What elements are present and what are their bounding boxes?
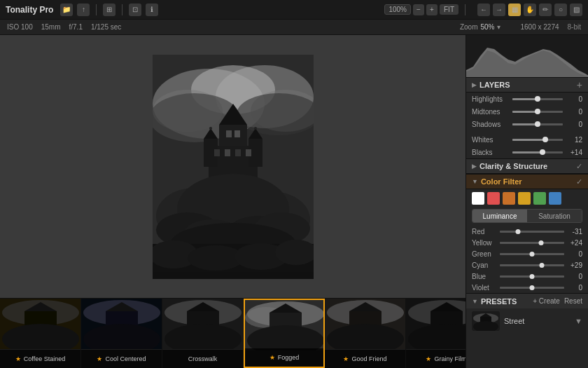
filmstrip-item-name-5: Grainy Film bbox=[434, 355, 465, 362]
fit-button[interactable]: FIT bbox=[440, 4, 458, 15]
mask-tool-icon[interactable]: ▨ bbox=[570, 4, 582, 16]
compare-icon[interactable]: ⊡ bbox=[129, 4, 141, 16]
shadows-track[interactable] bbox=[512, 123, 563, 125]
info-icon[interactable]: ℹ bbox=[146, 4, 158, 16]
presets-actions: + Create Reset bbox=[533, 297, 582, 305]
shape-tool-icon[interactable]: ○ bbox=[554, 4, 567, 16]
create-preset-button[interactable]: + Create bbox=[533, 297, 560, 305]
violet-track[interactable] bbox=[500, 287, 564, 289]
next-icon[interactable]: → bbox=[493, 4, 505, 16]
share-icon[interactable]: ↑ bbox=[77, 4, 90, 16]
filmstrip-item-good-friend[interactable]: ★ Good Friend bbox=[325, 299, 406, 368]
preset-street-item[interactable]: Street ▼ bbox=[466, 308, 588, 334]
filmstrip-item-name-4: Good Friend bbox=[351, 355, 386, 362]
swatch-green[interactable] bbox=[533, 192, 546, 205]
reset-preset-button[interactable]: Reset bbox=[564, 297, 582, 305]
blacks-fill bbox=[512, 151, 542, 154]
filmstrip-label-1: ★ Cool Centered bbox=[81, 350, 162, 368]
whites-slider-row: Whites 12 bbox=[466, 133, 588, 146]
open-file-icon[interactable]: 📁 bbox=[60, 4, 73, 16]
green-track[interactable] bbox=[500, 253, 564, 255]
red-value: -31 bbox=[564, 228, 582, 236]
blacks-label: Blacks bbox=[472, 149, 512, 156]
zoom-group: 100% − + FIT bbox=[384, 4, 458, 15]
svg-rect-17 bbox=[214, 149, 220, 156]
color-filter-arrow-icon: ▼ bbox=[472, 178, 478, 185]
swatch-orange[interactable] bbox=[503, 192, 515, 205]
right-panel: ▶ LAYERS + Highlights 0 Midtones 0 bbox=[465, 35, 588, 368]
filmstrip-item-cool-centered[interactable]: ★ Cool Centered bbox=[81, 299, 162, 368]
hand-tool-icon[interactable]: ✋ bbox=[524, 4, 536, 16]
view-icon[interactable]: ⊞ bbox=[103, 4, 115, 16]
whites-track[interactable] bbox=[512, 139, 563, 141]
swatch-yellow[interactable] bbox=[518, 192, 531, 205]
swatch-blue[interactable] bbox=[549, 192, 561, 205]
blue-value: 0 bbox=[564, 273, 582, 280]
canvas-area[interactable] bbox=[0, 35, 465, 298]
blacks-slider-row: Blacks +14 bbox=[466, 146, 588, 158]
blue-track[interactable] bbox=[500, 275, 564, 278]
preset-expand-icon[interactable]: ▼ bbox=[575, 317, 582, 325]
zoom-out-button[interactable]: − bbox=[413, 4, 424, 15]
shadows-label: Shadows bbox=[472, 121, 512, 128]
cyan-thumb bbox=[539, 263, 544, 268]
zoom-display-label: Zoom bbox=[460, 23, 478, 31]
center-panel: ★ Coffee Stained ★ Cool Centered bbox=[0, 35, 465, 368]
presets-section-header: ▼ PRESETS + Create Reset bbox=[466, 293, 588, 308]
whites-fill bbox=[512, 139, 545, 141]
histogram-icon[interactable]: ▦ bbox=[508, 4, 521, 16]
preset-street-name: Street bbox=[504, 317, 570, 325]
yellow-label: Yellow bbox=[472, 239, 500, 247]
filmstrip: ★ Coffee Stained ★ Cool Centered bbox=[0, 298, 465, 368]
tab-saturation[interactable]: Saturation bbox=[527, 210, 582, 222]
clarity-arrow-icon: ▶ bbox=[472, 163, 477, 170]
color-swatches-row bbox=[466, 189, 588, 207]
clarity-section-header[interactable]: ▶ Clarity & Structure ✓ bbox=[466, 158, 588, 174]
prev-icon[interactable]: ← bbox=[477, 4, 490, 16]
filmstrip-item-coffee-stained[interactable]: ★ Coffee Stained bbox=[0, 299, 81, 368]
iso-value: ISO 100 bbox=[7, 23, 33, 31]
filmstrip-item-name-0: Coffee Stained bbox=[24, 355, 65, 362]
zoom-display-value: 50% bbox=[480, 23, 494, 31]
zoom-in-button[interactable]: + bbox=[426, 4, 438, 15]
film-thumb-crosswalk bbox=[162, 299, 243, 349]
yellow-track[interactable] bbox=[500, 242, 564, 244]
highlights-label: Highlights bbox=[472, 95, 512, 103]
midtones-track[interactable] bbox=[512, 111, 563, 113]
presets-arrow-icon: ▼ bbox=[472, 298, 478, 305]
green-thumb bbox=[530, 252, 535, 257]
aperture-value: f/7.1 bbox=[69, 23, 83, 31]
presets-title: PRESETS bbox=[481, 297, 517, 306]
layers-title: LAYERS bbox=[479, 81, 510, 89]
blacks-thumb bbox=[540, 149, 545, 155]
highlights-track[interactable] bbox=[512, 98, 563, 100]
filmstrip-label-5: ★ Grainy Film bbox=[406, 350, 465, 368]
tab-luminance[interactable]: Luminance bbox=[472, 210, 527, 222]
zoom-dropdown-arrow[interactable]: ▾ bbox=[497, 23, 500, 31]
red-slider-row: Red -31 bbox=[466, 226, 588, 237]
color-filter-section-header[interactable]: ▼ Color Filter ✓ bbox=[466, 174, 588, 189]
highlights-value: 0 bbox=[566, 95, 582, 103]
svg-point-21 bbox=[209, 127, 212, 130]
layers-add-icon[interactable]: + bbox=[577, 79, 582, 90]
star-icon-4: ★ bbox=[343, 355, 349, 362]
app-title: Tonality Pro bbox=[6, 5, 53, 15]
yellow-thumb bbox=[538, 240, 543, 245]
blacks-track[interactable] bbox=[512, 151, 563, 154]
filmstrip-item-crosswalk[interactable]: Crosswalk bbox=[162, 299, 244, 368]
blue-thumb bbox=[530, 274, 535, 279]
swatch-white[interactable] bbox=[472, 192, 484, 205]
red-track[interactable] bbox=[500, 231, 564, 233]
main-image bbox=[153, 55, 314, 279]
layers-section-header[interactable]: ▶ LAYERS + bbox=[466, 77, 588, 93]
filmstrip-item-fogged[interactable]: ★ Fogged bbox=[244, 299, 325, 368]
filmstrip-item-grainy-film[interactable]: ★ Grainy Film bbox=[406, 299, 465, 368]
color-filter-title: Color Filter bbox=[481, 177, 522, 186]
clarity-title: Clarity & Structure bbox=[479, 162, 547, 170]
violet-label: Violet bbox=[472, 284, 500, 292]
brush-tool-icon[interactable]: ✏ bbox=[539, 4, 552, 16]
cyan-track[interactable] bbox=[500, 264, 564, 266]
svg-rect-9 bbox=[219, 125, 247, 146]
swatch-red[interactable] bbox=[487, 192, 500, 205]
svg-rect-37 bbox=[153, 272, 314, 279]
